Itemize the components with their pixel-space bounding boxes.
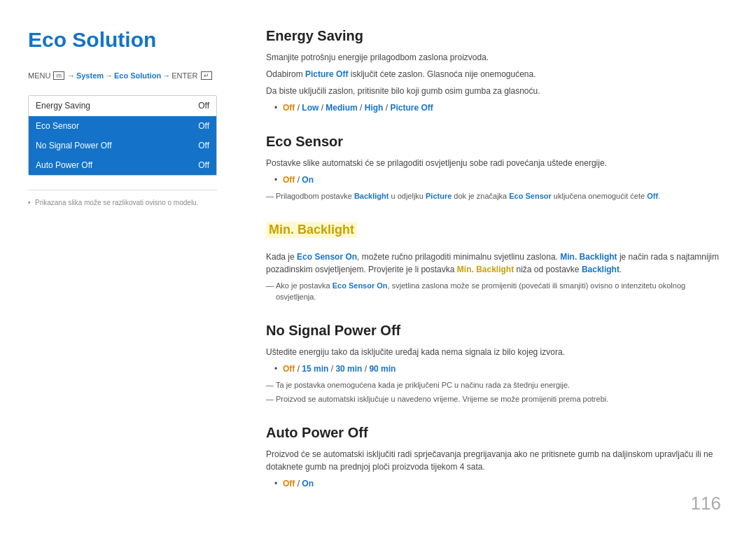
- left-column: Eco Solution MENU m → System → Eco Solut…: [28, 28, 231, 506]
- section-min-backlight: Min. Backlight Kada je Eco Sensor On, mo…: [266, 222, 721, 303]
- footnote: Prikazana slika može se razlikovati ovis…: [28, 199, 217, 206]
- bullet-list: Off / Low / Medium / High / Picture Off: [274, 101, 721, 114]
- menu-path: MENU m → System → Eco Solution → ENTER ↵: [28, 71, 217, 80]
- system-label: System: [76, 71, 104, 80]
- bullet-list: Off / On: [274, 174, 721, 186]
- section-energy-saving: Energy Saving Smanjite potrošnju energij…: [266, 28, 721, 114]
- list-item: Off / On: [274, 174, 721, 186]
- note-line-2: Proizvod se automatski isključuje u nave…: [266, 393, 721, 405]
- section-title: Auto Power Off: [266, 425, 721, 441]
- para-1: Smanjite potrošnju energije prilagodbom …: [266, 51, 721, 64]
- menu-item-label: Energy Saving: [36, 101, 90, 111]
- page-number: 116: [691, 493, 721, 514]
- section-no-signal: No Signal Power Off Uštedite energiju ta…: [266, 323, 721, 405]
- section-title: Energy Saving: [266, 28, 721, 44]
- section-title: No Signal Power Off: [266, 323, 721, 339]
- menu-item-value: Off: [198, 141, 209, 150]
- para-1: Kada je Eco Sensor On, možete ručno pril…: [266, 251, 721, 276]
- para-1: Proizvod će se automatski isključiti rad…: [266, 448, 721, 473]
- para-1: Uštedite energiju tako da isključite ure…: [266, 346, 721, 358]
- menu-item-eco-sensor[interactable]: Eco Sensor Off: [29, 116, 216, 136]
- menu-item-value: Off: [198, 121, 209, 131]
- menu-box: Energy Saving Off Eco Sensor Off No Sign…: [28, 95, 217, 176]
- list-item: Off / On: [274, 477, 721, 490]
- section-title: Eco Sensor: [266, 134, 721, 150]
- menu-item-energy-saving[interactable]: Energy Saving Off: [29, 96, 216, 116]
- menu-item-label: Eco Sensor: [36, 121, 79, 131]
- para-1: Postavke slike automatski će se prilagod…: [266, 157, 721, 169]
- list-item: Off / Low / Medium / High / Picture Off: [274, 101, 721, 114]
- menu-item-label: Auto Power Off: [36, 160, 92, 170]
- note-line: Ako je postavka Eco Sensor On, svjetlina…: [266, 280, 721, 303]
- section-title-min-backlight: Min. Backlight: [266, 222, 357, 238]
- right-column: Energy Saving Smanjite potrošnju energij…: [231, 28, 721, 506]
- note-line: Prilagodbom postavke Backlight u odjeljk…: [266, 190, 721, 202]
- section-auto-power-off: Auto Power Off Proizvod će se automatski…: [266, 425, 721, 490]
- section-eco-sensor: Eco Sensor Postavke slike automatski će …: [266, 134, 721, 202]
- menu-item-label: No Signal Power Off: [36, 141, 112, 150]
- menu-item-value: Off: [198, 101, 209, 111]
- menu-item-auto-power[interactable]: Auto Power Off Off: [29, 155, 216, 175]
- eco-solution-label: Eco Solution: [114, 71, 161, 80]
- list-item: Off / 15 min / 30 min / 90 min: [274, 363, 721, 375]
- menu-label: MENU: [28, 71, 50, 80]
- menu-item-value: Off: [198, 160, 209, 170]
- enter-icon: ↵: [201, 71, 212, 80]
- para-2: Odabirom Picture Off isključit ćete zasl…: [266, 68, 721, 80]
- para-3: Da biste uključili zaslon, pritisnite bi…: [266, 85, 721, 97]
- menu-icon: m: [53, 71, 64, 80]
- bullet-list: Off / On: [274, 477, 721, 490]
- note-line-1: Ta je postavka onemogućena kada je prikl…: [266, 379, 721, 391]
- bullet-list: Off / 15 min / 30 min / 90 min: [274, 363, 721, 375]
- divider: [28, 190, 217, 190]
- menu-item-no-signal[interactable]: No Signal Power Off Off: [29, 136, 216, 155]
- page-title: Eco Solution: [28, 28, 217, 52]
